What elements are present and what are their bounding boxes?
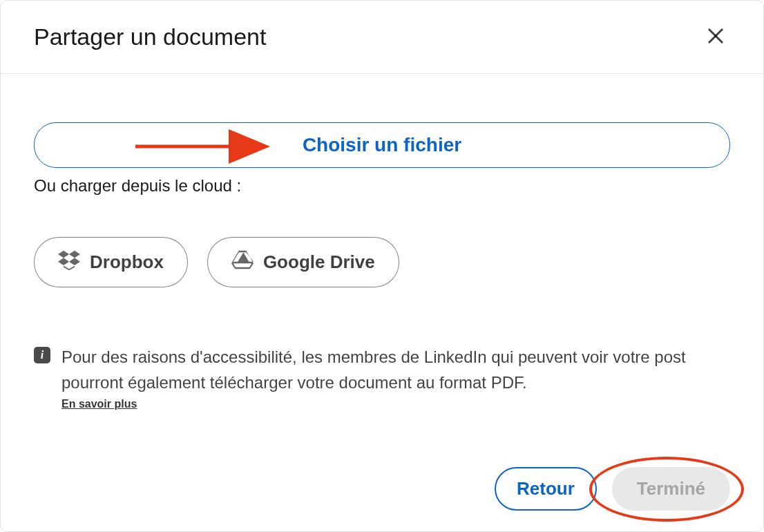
choose-file-button[interactable]: Choisir un fichier bbox=[34, 122, 730, 168]
google-drive-icon bbox=[231, 249, 254, 276]
info-section: i Pour des raisons d'accessibilité, les … bbox=[34, 344, 730, 410]
info-text: Pour des raisons d'accessibilité, les me… bbox=[61, 348, 686, 392]
modal-header: Partager un document bbox=[1, 1, 763, 74]
share-document-modal: Partager un document Choisir un fichier bbox=[0, 0, 764, 532]
modal-footer: Retour Terminé bbox=[1, 467, 763, 531]
close-button[interactable] bbox=[701, 21, 730, 53]
dropbox-icon bbox=[58, 249, 80, 276]
back-button[interactable]: Retour bbox=[495, 467, 597, 511]
info-icon: i bbox=[34, 347, 50, 363]
google-drive-label: Google Drive bbox=[263, 251, 375, 273]
modal-body: Choisir un fichier Ou charger depuis le … bbox=[1, 74, 763, 467]
cloud-upload-label: Ou charger depuis le cloud : bbox=[34, 176, 730, 196]
info-text-block: Pour des raisons d'accessibilité, les me… bbox=[61, 344, 730, 410]
done-button[interactable]: Terminé bbox=[612, 467, 730, 511]
modal-title: Partager un document bbox=[34, 23, 266, 50]
learn-more-link[interactable]: En savoir plus bbox=[61, 398, 137, 410]
dropbox-label: Dropbox bbox=[90, 251, 164, 273]
dropbox-button[interactable]: Dropbox bbox=[34, 237, 188, 287]
cloud-buttons-row: Dropbox Google Drive bbox=[34, 237, 730, 287]
close-icon bbox=[705, 38, 726, 48]
google-drive-button[interactable]: Google Drive bbox=[207, 237, 399, 287]
